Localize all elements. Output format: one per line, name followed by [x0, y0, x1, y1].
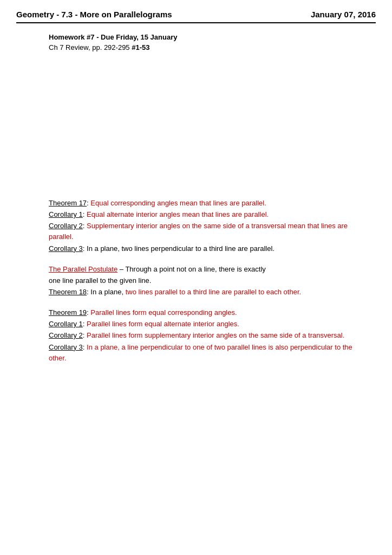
theorem17-text: Equal corresponding angles mean that lin… [90, 199, 266, 207]
theorem18-text-red: two lines parallel to a third line are p… [126, 288, 301, 296]
corollary19-1-label: Corollary 1 [49, 320, 83, 328]
corollary19-3-label: Corollary 3 [49, 343, 83, 351]
corollary17-1-line: Corollary 1: Equal alternate interior an… [49, 209, 360, 220]
postulate-line1: The Parallel Postulate – Through a point… [49, 264, 360, 275]
theorem18-label: Theorem 18 [49, 288, 87, 296]
corollary17-3-text: In a plane, two lines perpendicular to a… [87, 244, 275, 253]
theorem19-text: Parallel lines form equal corresponding … [90, 308, 237, 317]
postulate-text2: one line parallel to the given line. [49, 276, 151, 285]
homework-detail-plain: Ch 7 Review, pp. 292-295 [49, 43, 132, 51]
theorem19-label: Theorem 19 [49, 308, 87, 317]
theorem17-line: Theorem 17: Equal corresponding angles m… [49, 198, 360, 209]
corollary19-2-line: Corollary 2: Parallel lines form supplem… [49, 330, 360, 341]
corollary17-1-text: Equal alternate interior angles mean tha… [87, 210, 269, 218]
theorem19-line: Theorem 19: Parallel lines form equal co… [49, 307, 360, 318]
corollary17-3-colon: : [83, 244, 87, 253]
page: Geometry - 7.3 - More on Parallelograms … [0, 0, 392, 555]
theorem17-label: Theorem 17 [49, 199, 87, 207]
corollary19-3-text: In a plane, a line perpendicular to one … [49, 343, 352, 362]
corollary19-3-line: Corollary 3: In a plane, a line perpendi… [49, 342, 360, 364]
homework-section: Homework #7 - Due Friday, 15 January Ch … [49, 33, 376, 51]
page-date: January 07, 2016 [311, 10, 376, 19]
corollary17-3-line: Corollary 3: In a plane, two lines perpe… [49, 243, 360, 254]
theorem19-block: Theorem 19: Parallel lines form equal co… [49, 307, 360, 364]
corollary17-2-line: Corollary 2: Supplementary interior angl… [49, 221, 360, 242]
theorem18-text-black: In a plane, [90, 288, 125, 296]
theorem18-line: Theorem 18: In a plane, two lines parall… [49, 287, 360, 298]
corollary19-2-colon: : [83, 331, 87, 339]
postulate-label: The Parallel Postulate [49, 265, 117, 273]
postulate-block: The Parallel Postulate – Through a point… [49, 264, 360, 298]
postulate-text1: – Through a point not on a line, there i… [117, 265, 266, 273]
theorem17-block: Theorem 17: Equal corresponding angles m… [49, 198, 360, 254]
corollary19-2-text: Parallel lines form supplementary interi… [87, 331, 344, 339]
page-title: Geometry - 7.3 - More on Parallelograms [16, 10, 172, 19]
corollary19-1-colon: : [83, 320, 87, 328]
homework-detail-bold: #1-53 [132, 43, 149, 51]
corollary19-1-text: Parallel lines form equal alternate inte… [87, 320, 239, 328]
corollary17-1-colon: : [83, 210, 87, 218]
corollary19-1-line: Corollary 1: Parallel lines form equal a… [49, 319, 360, 330]
corollary17-2-label: Corollary 2 [49, 222, 83, 230]
corollary19-2-label: Corollary 2 [49, 331, 83, 339]
corollary19-3-colon: : [83, 343, 87, 351]
homework-detail: Ch 7 Review, pp. 292-295 #1-53 [49, 43, 376, 51]
homework-title: Homework #7 - Due Friday, 15 January [49, 33, 376, 41]
corollary17-1-label: Corollary 1 [49, 210, 83, 218]
corollary17-2-colon: : [83, 222, 87, 230]
postulate-line2: one line parallel to the given line. [49, 275, 360, 286]
content-area: Theorem 17: Equal corresponding angles m… [49, 198, 360, 364]
corollary17-3-label: Corollary 3 [49, 244, 83, 253]
corollary17-2-text: Supplementary interior angles on the sam… [49, 222, 348, 241]
page-header: Geometry - 7.3 - More on Parallelograms … [16, 10, 376, 23]
